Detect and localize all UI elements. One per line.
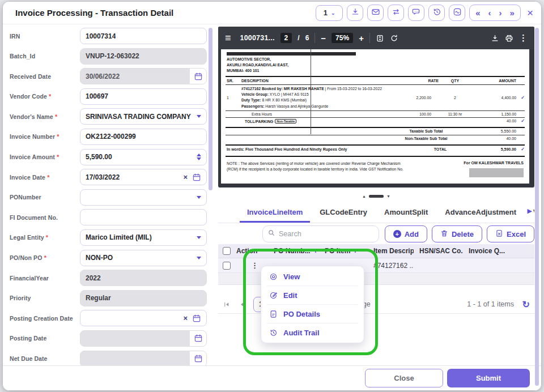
grid-search[interactable] (262, 225, 379, 242)
delete-button[interactable]: Delete (432, 225, 482, 242)
field-label-posting-date: Posting Date (10, 335, 75, 342)
menu-item-po-details[interactable]: PO Details (261, 305, 364, 323)
invoice-line-1: 1 #74127162 Booked by: MR RAKESH RAHATE … (226, 85, 525, 110)
menu-item-view[interactable]: View (261, 267, 364, 286)
close-button[interactable]: Close (365, 369, 443, 387)
mail-button[interactable] (367, 5, 384, 21)
calendar-icon[interactable] (192, 314, 201, 323)
grid-header-row: Action PO Numb... PO Item Item Descrip..… (218, 244, 534, 258)
tabs-scroll-right-icon[interactable]: ▶ (528, 207, 532, 215)
field-label-posting-creation-date: Posting Creation Date (10, 315, 75, 322)
calendar-icon[interactable] (190, 331, 206, 346)
splitter-handle[interactable] (369, 195, 384, 198)
comments-button[interactable] (408, 5, 424, 21)
prev-page-icon[interactable] (238, 301, 245, 308)
field-label-invoice-number: Invoice Number (10, 133, 75, 140)
clear-date-icon[interactable]: × (183, 173, 188, 181)
print-icon[interactable] (505, 34, 513, 42)
zoom-out-icon[interactable]: − (321, 33, 326, 43)
vendor-code-input[interactable]: 100697 (80, 88, 207, 105)
clear-date-icon[interactable]: × (183, 314, 188, 322)
refresh-icon[interactable]: ↻ (522, 299, 530, 310)
row-actions-kebab-icon[interactable]: ⋮ (251, 261, 258, 270)
collapse-up-icon[interactable]: ▲ (362, 194, 366, 198)
menu-item-audit-trail[interactable]: Audit Trail (261, 323, 364, 342)
column-hsn-sac[interactable]: HSN/SAC Co... (414, 247, 463, 255)
rotate-icon[interactable] (390, 34, 398, 42)
filter-icon[interactable] (313, 248, 318, 254)
field-label-invoice-amount: Invoice Amount (10, 154, 75, 160)
zoom-in-icon[interactable]: + (359, 33, 364, 43)
column-invoice-qty[interactable]: Invoice Q... (463, 247, 520, 255)
filter-icon[interactable] (352, 248, 358, 254)
row-checkbox[interactable] (223, 262, 231, 270)
document-icon (269, 310, 278, 318)
number-stepper-icon[interactable] (197, 154, 201, 160)
next-record-button[interactable]: › (499, 8, 502, 17)
menu-item-edit[interactable]: Edit (261, 286, 364, 304)
search-input[interactable] (279, 230, 374, 238)
posting-creation-date-input[interactable]: × (80, 310, 207, 326)
excel-export-button[interactable]: Excel (487, 225, 534, 242)
first-record-button[interactable]: « (475, 8, 480, 17)
tab-amount-split[interactable]: AmountSplit (377, 203, 435, 223)
record-selector[interactable]: 1 ⌄ (316, 5, 343, 21)
activity-button[interactable] (449, 5, 465, 21)
calendar-icon[interactable] (192, 173, 201, 182)
excel-file-icon (495, 229, 503, 239)
field-label-po-non-po: PO/Non PO (10, 254, 75, 261)
dialog-footer: Close Submit (3, 365, 541, 390)
financial-year-input: 2022 (80, 270, 207, 286)
tab-advance-adjustment[interactable]: AdvanceAdjustment (437, 203, 524, 223)
dropdown-caret-icon (197, 236, 201, 239)
dropdown-caret-icon (197, 115, 201, 118)
irn-input[interactable]: 10007314 (80, 28, 207, 44)
form-scrollbar[interactable] (209, 28, 212, 190)
invoice-number-input[interactable]: OK2122-000299 (80, 129, 207, 145)
po-non-po-select[interactable]: NON-PO (80, 250, 207, 266)
fit-page-icon[interactable] (376, 34, 384, 42)
more-options-icon[interactable]: ⋮ (519, 33, 528, 43)
batch-id-input: VNUP-12-063022 (80, 48, 207, 65)
fi-document-input[interactable] (80, 209, 207, 225)
mail-icon (371, 7, 380, 19)
download-button[interactable] (347, 5, 363, 21)
pdf-page-input[interactable]: 2 (280, 33, 292, 43)
pdf-sidebar-toggle-icon[interactable]: ≡ (225, 32, 231, 44)
zoom-level[interactable]: 75% (332, 33, 353, 43)
column-item-description[interactable]: Item Descrip... (368, 247, 414, 255)
check-mark: ✓ (521, 95, 525, 100)
last-record-button[interactable]: » (510, 8, 515, 17)
collapse-down-icon[interactable]: ▼ (386, 194, 390, 198)
field-label-invoice-date: Invoice Date (10, 174, 75, 181)
select-all-checkbox[interactable] (223, 247, 231, 255)
field-label-fi-document: FI Document No. (10, 214, 75, 221)
invoice-date-input[interactable]: 17/03/2022 × (80, 169, 207, 185)
search-icon (267, 229, 275, 239)
record-selector-value: 1 (324, 8, 328, 17)
column-po-item[interactable]: PO Item (319, 247, 368, 255)
history-button[interactable] (428, 5, 445, 21)
pdf-page-total: 6 (305, 34, 309, 42)
submit-button[interactable]: Submit (447, 369, 530, 387)
chevron-down-icon: ⌄ (331, 10, 335, 16)
calendar-icon[interactable] (190, 351, 206, 367)
tab-gl-code-entry[interactable]: GLCodeEntry (312, 203, 375, 223)
invoice-amount-input[interactable]: 5,590.00 (80, 149, 207, 165)
pdf-download-icon[interactable] (491, 34, 499, 42)
column-po-number[interactable]: PO Numb... (268, 247, 319, 255)
prev-record-button[interactable]: ‹ (488, 8, 491, 17)
calendar-icon[interactable] (190, 69, 206, 84)
vendor-name-select[interactable]: SRINIVASA TRADING COMPANY (80, 108, 207, 125)
tab-invoice-line-item[interactable]: InvoiceLineItem (240, 203, 310, 223)
view-icon (269, 272, 278, 281)
add-button[interactable]: + Add (385, 225, 427, 242)
panel-splitter[interactable]: ▲ ▼ (218, 193, 534, 200)
column-action[interactable]: Action (231, 247, 268, 255)
close-dialog-icon[interactable]: × (527, 7, 533, 19)
first-page-icon[interactable] (223, 301, 230, 308)
legal-entity-select[interactable]: Marico Limited (MIL) (80, 229, 207, 246)
dialog-scrollbar[interactable] (535, 28, 539, 386)
po-number-select[interactable] (80, 189, 207, 206)
transfer-button[interactable] (388, 5, 404, 21)
